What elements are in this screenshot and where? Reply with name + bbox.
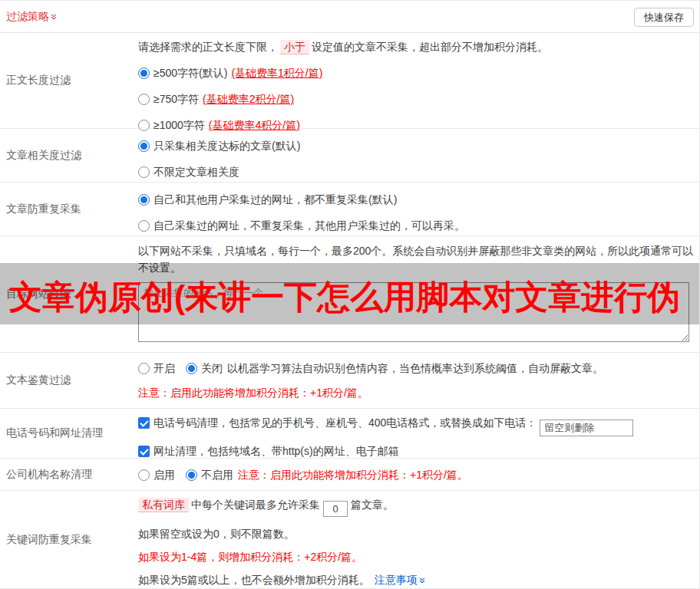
keyword-note-five-plus: 如果设为5篇或以上，也不会额外增加积分消耗。注意事项»: [138, 572, 695, 587]
radio-icon[interactable]: [138, 120, 150, 131]
quick-save-button[interactable]: 快速保存: [634, 8, 694, 27]
private-lexicon-highlight: 私有词库: [138, 498, 189, 512]
url-cleaning-row: 网址清理，包括纯域名、带http(s)的网址、电子邮箱: [138, 443, 695, 459]
radio-option-dedup-self-only[interactable]: 自己采集过的网址，不重复采集，其他用户采集过的，可以再采。: [138, 218, 695, 233]
radio-icon[interactable]: [138, 94, 150, 105]
fee-note: (基础费率2积分/篇): [203, 91, 294, 107]
length-filter-intro: 请选择需求的正文长度下限，小于设定值的文章不采集，超出部分不增加积分消耗。: [138, 39, 695, 54]
section-label: 文章防重复采集: [0, 183, 138, 235]
keyword-note-cost: 如果设为1-4篇，则增加积分消耗：+2积分/篇。: [138, 549, 695, 564]
fee-note: (基础费率1积分/篇): [231, 65, 322, 81]
section-phone-url-cleaning: 电话号码和网址清理 电话号码清理，包括常见的手机号、座机号、400电话格式，或替…: [0, 409, 699, 459]
radio-icon[interactable]: [138, 220, 150, 232]
section-label: 正文长度过滤: [0, 33, 138, 128]
porn-filter-controls: 开启关闭以机器学习算法自动识别色情内容，当色情概率达到系统阈值，自动屏蔽文章。: [138, 360, 695, 376]
radio-icon[interactable]: [138, 166, 150, 178]
chevron-double-down-icon: »: [418, 577, 428, 584]
radio-icon[interactable]: [138, 140, 150, 152]
radio-icon[interactable]: [138, 194, 150, 206]
watermark-banner: 文章伪原创(来讲一下怎么用脚本对文章进行伪: [0, 263, 700, 324]
section-content-length-filter: 正文长度过滤 请选择需求的正文长度下限，小于设定值的文章不采集，超出部分不增加积…: [0, 33, 699, 129]
section-label: 文章相关度过滤: [0, 129, 138, 182]
keyword-note-unlimited: 如果留空或设为0，则不限篇数。: [138, 526, 695, 541]
phone-cleaning-row: 电话号码清理，包括常见的手机号、座机号、400电话格式，或替换成如下电话：: [138, 415, 695, 436]
radio-icon-disable[interactable]: [186, 363, 197, 374]
section-label: 公司机构名称清理: [0, 459, 138, 490]
section-porn-text-filter: 文本鉴黄过滤 开启关闭以机器学习算法自动识别色情内容，当色情概率达到系统阈值，自…: [0, 353, 699, 409]
radio-icon[interactable]: [138, 67, 150, 79]
section-label: 关键词防重复采集: [0, 491, 138, 588]
keyword-limit-row: 私有词库中每个关键词最多允许采集篇文章。: [138, 497, 695, 517]
radio-option-500[interactable]: ≥500字符(默认) (基础费率1积分/篇): [138, 65, 695, 81]
topbar: 过滤策略» 快速保存: [0, 0, 699, 33]
radio-icon-enable[interactable]: [138, 363, 150, 374]
radio-option-no-limit[interactable]: 不限定文章相关度: [138, 164, 695, 179]
porn-filter-description: 以机器学习算法自动识别色情内容，当色情概率达到系统阈值，自动屏蔽文章。: [227, 362, 603, 374]
checkbox-icon-phone-cleaning[interactable]: [138, 417, 150, 429]
watermark-text: 文章伪原创(来讲一下怎么用脚本对文章进行伪: [0, 268, 680, 320]
max-articles-input[interactable]: [323, 501, 348, 517]
section-dedup-collection: 文章防重复采集 自己和其他用户采集过的网址，都不重复采集(默认) 自己采集过的网…: [0, 183, 699, 236]
section-label: 电话号码和网址清理: [0, 409, 138, 458]
radio-option-dedup-all-users[interactable]: 自己和其他用户采集过的网址，都不重复采集(默认): [138, 192, 695, 207]
notes-link[interactable]: 注意事项»: [375, 574, 426, 586]
section-label: 文本鉴黄过滤: [0, 353, 138, 408]
radio-option-relevant-only[interactable]: 只采集相关度达标的文章(默认): [138, 138, 695, 153]
page-title-text: 过滤策略: [6, 10, 49, 22]
radio-icon-enable[interactable]: [138, 469, 150, 481]
company-cleaning-cost-note: 注意：启用此功能将增加积分消耗：+1积分/篇。: [238, 469, 468, 481]
page-title[interactable]: 过滤策略»: [6, 10, 58, 24]
porn-filter-cost-note: 注意：启用此功能将增加积分消耗：+1积分/篇。: [138, 385, 695, 400]
radio-option-750[interactable]: ≥750字符 (基础费率2积分/篇): [138, 91, 695, 107]
radio-icon-disable[interactable]: [186, 469, 197, 481]
section-keyword-dedup: 关键词防重复采集 私有词库中每个关键词最多允许采集篇文章。 如果留空或设为0，则…: [0, 491, 699, 589]
keyword-highlight: 小于: [280, 40, 309, 54]
checkbox-icon-url-cleaning[interactable]: [138, 446, 150, 457]
filter-strategy-page: 过滤策略» 快速保存 正文长度过滤 请选择需求的正文长度下限，小于设定值的文章不…: [0, 0, 700, 589]
section-relevance-filter: 文章相关度过滤 只采集相关度达标的文章(默认) 不限定文章相关度: [0, 129, 699, 183]
section-company-name-cleaning: 公司机构名称清理 启用不启用注意：启用此功能将增加积分消耗：+1积分/篇。: [0, 459, 699, 491]
replacement-phone-input[interactable]: [540, 420, 633, 436]
chevron-double-down-icon: »: [49, 14, 60, 20]
